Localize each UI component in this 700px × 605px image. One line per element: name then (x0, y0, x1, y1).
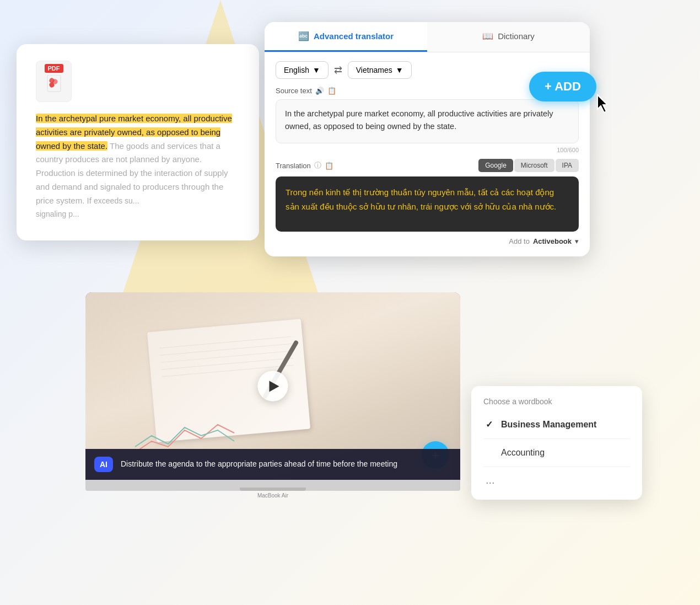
source-lang-label: English (284, 66, 309, 74)
translation-header-row: Translation ⓘ 📋 Google Microsoft IPA (276, 159, 579, 172)
pdf-card: PDF In the archetypal pure market econom… (17, 44, 259, 240)
source-text-box[interactable]: In the archetypal pure market economy, a… (276, 99, 579, 143)
ai-badge: AI (94, 457, 113, 472)
cursor-icon (595, 94, 612, 114)
source-label-text: Source text (276, 87, 312, 95)
tab-dictionary[interactable]: 📖 Dictionary (427, 22, 590, 52)
ai-suggestion-text: Distribute the agenda to the appropriate… (121, 459, 397, 470)
target-lang-label: Vietnames (356, 66, 392, 74)
pdf-label: PDF (45, 64, 63, 73)
tab-advanced-translator[interactable]: 🔤 Advanced translator (265, 22, 427, 52)
wordbook-item-label: Business Management (501, 420, 596, 430)
add-to-activebook-row[interactable]: Add to Activebook ▾ (276, 237, 579, 245)
activebook-name: Activebook (533, 237, 572, 245)
wordbook-item-business[interactable]: ✓ Business Management (483, 415, 630, 434)
wordbook-more-label: ... (486, 474, 495, 486)
activebook-chevron-icon: ▾ (575, 237, 579, 245)
pdf-icon: PDF (36, 61, 72, 102)
translation-label-text: Translation (276, 162, 311, 170)
wordbook-dropdown: Choose a wordbook ✓ Business Management … (471, 386, 642, 500)
divider (483, 438, 630, 439)
signaling-text: signaling p... (36, 210, 79, 218)
wordbook-more-item[interactable]: ... (483, 472, 630, 489)
target-lang-chevron: ▼ (396, 66, 403, 74)
translation-label: Translation ⓘ 📋 (276, 160, 333, 170)
character-count: 100/600 (276, 147, 579, 153)
add-button[interactable]: + ADD (529, 72, 596, 101)
translator-card: 🔤 Advanced translator 📖 Dictionary Engli… (265, 22, 590, 256)
tab-advanced-label: Advanced translator (314, 31, 394, 41)
copy-translation-icon[interactable]: 📋 (325, 162, 333, 170)
tab-dictionary-label: Dictionary (498, 31, 535, 41)
wordbook-item-accounting[interactable]: Accounting (483, 443, 630, 462)
book-icon: 📖 (482, 31, 493, 41)
info-icon: ⓘ (314, 160, 321, 170)
target-language-button[interactable]: Vietnames ▼ (348, 61, 412, 79)
divider (483, 467, 630, 467)
speaker-icon[interactable]: 🔊 (315, 87, 324, 95)
play-triangle-icon (269, 381, 279, 392)
wordbook-item-label: Accounting (501, 448, 545, 458)
pdf-icon-area: PDF (36, 61, 240, 102)
engine-buttons: Google Microsoft IPA (478, 159, 579, 172)
check-icon: ✓ (486, 419, 496, 430)
engine-ipa-button[interactable]: IPA (556, 159, 579, 172)
copy-icon[interactable]: 📋 (327, 87, 336, 95)
add-button-label: + ADD (545, 79, 581, 94)
wordbook-title: Choose a wordbook (483, 397, 630, 406)
translate-icon: 🔤 (298, 31, 309, 41)
source-lang-chevron: ▼ (313, 66, 320, 74)
play-button[interactable] (258, 371, 288, 401)
laptop-container: + AI Distribute the agenda to the approp… (85, 292, 460, 499)
translated-text-box: Trong nền kinh tế thị trường thuần túy n… (276, 176, 579, 232)
laptop-screen: + AI Distribute the agenda to the approp… (85, 292, 460, 480)
more-faded-text: exceeds su... (94, 196, 139, 205)
translator-tabs: 🔤 Advanced translator 📖 Dictionary (265, 22, 590, 52)
acrobat-icon (45, 75, 63, 99)
engine-google-button[interactable]: Google (478, 159, 513, 172)
translated-text-content: Trong nền kinh tế thị trường thuần túy n… (286, 188, 556, 211)
laptop-base (85, 480, 460, 491)
add-to-label: Add to (509, 237, 530, 245)
source-language-button[interactable]: English ▼ (276, 61, 329, 79)
engine-microsoft-button[interactable]: Microsoft (514, 159, 554, 172)
swap-languages-icon[interactable]: ⇄ (334, 64, 342, 76)
macbook-label: MacBook Air (85, 492, 460, 499)
ai-suggestion-bar: AI Distribute the agenda to the appropri… (85, 449, 460, 480)
pdf-text-content: In the archetypal pure market economy, a… (36, 112, 240, 221)
source-text-content: In the archetypal pure market economy, a… (285, 109, 553, 131)
